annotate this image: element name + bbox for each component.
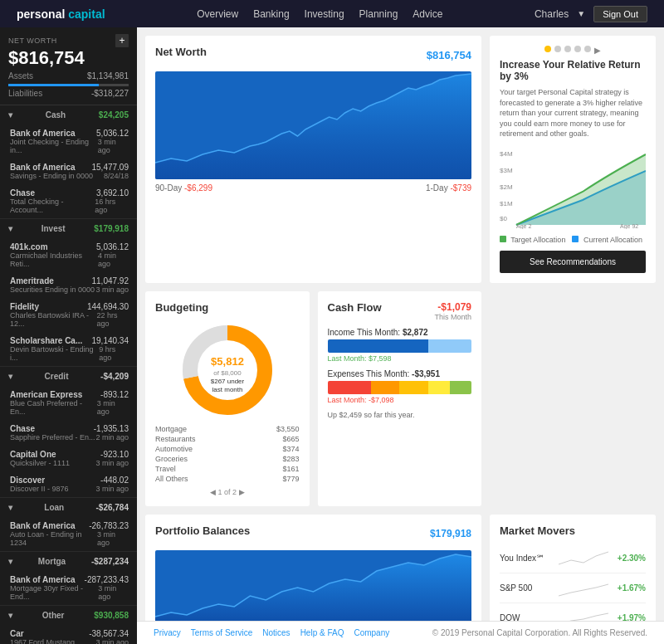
nav-advice[interactable]: Advice bbox=[413, 8, 442, 20]
footer-links: Privacy Terms of Service Notices Help & … bbox=[154, 628, 389, 637]
nav-investing[interactable]: Investing bbox=[305, 8, 344, 20]
dot-3[interactable] bbox=[564, 46, 571, 52]
list-item[interactable]: Capital One -923.10 Quicksilver - 1111 3… bbox=[0, 446, 137, 471]
other-section-title: Other bbox=[42, 611, 65, 620]
svg-text:$4M: $4M bbox=[500, 150, 513, 158]
list-item[interactable]: Bank of America 15,477.09 Savings - Endi… bbox=[0, 159, 137, 184]
dot-4[interactable] bbox=[574, 46, 581, 52]
portfolio-title: Portfolio Balances bbox=[155, 524, 250, 537]
list-item[interactable]: Ameritrade 11,047.92 Securities Ending i… bbox=[0, 272, 137, 298]
budget-items: Mortgage $3,550 Restaurants $665 Automot… bbox=[155, 424, 300, 484]
svg-text:$3M: $3M bbox=[500, 167, 513, 174]
dot-2[interactable] bbox=[554, 46, 561, 52]
list-item[interactable]: Bank of America -287,233.43 Mortgage 30y… bbox=[0, 571, 137, 605]
other-section-header[interactable]: ▾ Other $930,858 bbox=[0, 606, 137, 625]
list-item[interactable]: Scholarshare Ca... 19,140.34 Devin Barto… bbox=[0, 332, 137, 366]
market-movers-title: Market Movers bbox=[500, 524, 646, 537]
list-item[interactable]: Car -38,567.34 1967 Ford Mustang 3 min a… bbox=[0, 625, 137, 644]
other-section-amount: $930,858 bbox=[94, 611, 129, 620]
nav-planning[interactable]: Planning bbox=[359, 8, 398, 20]
main-content: Net Worth $816,754 bbox=[137, 27, 664, 621]
main-nav: Overview Banking Investing Planning Advi… bbox=[197, 8, 442, 20]
sidebar-net-worth-amount: $816,754 bbox=[8, 47, 129, 69]
list-item: All Others $779 bbox=[155, 474, 300, 484]
cashflow-card: Cash Flow -$1,079 This Month Income This… bbox=[318, 291, 482, 506]
list-item[interactable]: Chase 3,692.10 Total Checking - Account.… bbox=[0, 184, 137, 218]
sidebar-section-mortgage: ▾ Mortga -$287,234 Bank of America -287,… bbox=[0, 552, 137, 606]
net-worth-card-amount: $816,754 bbox=[427, 49, 471, 61]
row2-right-spacer bbox=[490, 291, 656, 506]
increase-return-card: ▶ Increase Your Relative Return by 3% Yo… bbox=[490, 36, 656, 283]
right-panel: ▶ Increase Your Relative Return by 3% Yo… bbox=[490, 36, 656, 283]
increase-title: Increase Your Relative Return by 3% bbox=[500, 59, 646, 82]
cashflow-title: Cash Flow bbox=[328, 301, 382, 314]
invest-section-amount: $179,918 bbox=[94, 224, 129, 233]
nav-overview[interactable]: Overview bbox=[197, 8, 238, 20]
list-item: Travel $161 bbox=[155, 464, 300, 474]
list-item[interactable]: Bank of America -26,783.23 Auto Loan - E… bbox=[0, 517, 137, 551]
cash-section-title: Cash bbox=[46, 110, 66, 120]
portfolio-card: Portfolio Balances $179,918 bbox=[145, 515, 481, 621]
add-account-button[interactable]: + bbox=[115, 34, 129, 47]
current-legend-dot bbox=[572, 236, 579, 242]
increase-legend: Target Allocation Current Allocation bbox=[500, 236, 646, 244]
footer-privacy[interactable]: Privacy bbox=[154, 628, 181, 637]
footer-terms[interactable]: Terms of Service bbox=[191, 628, 252, 637]
mortgage-section-header[interactable]: ▾ Mortga -$287,234 bbox=[0, 552, 137, 571]
signout-button[interactable]: Sign Out bbox=[593, 6, 647, 22]
net-worth-90day: 90-Day -$6,299 bbox=[155, 183, 212, 193]
svg-text:$1M: $1M bbox=[500, 200, 513, 207]
cashflow-income-section: Income This Month: $2,872 Last Month: $7… bbox=[328, 328, 472, 363]
header: personal capital Overview Banking Invest… bbox=[0, 0, 664, 27]
income-bar bbox=[328, 339, 472, 353]
credit-section-header[interactable]: ▾ Credit -$4,209 bbox=[0, 367, 137, 386]
list-item: Groceries $283 bbox=[155, 454, 300, 464]
cashflow-expenses-section: Expenses This Month: -$3,951 bbox=[328, 369, 472, 404]
invest-section-title: Invest bbox=[42, 224, 66, 233]
budgeting-title: Budgeting bbox=[155, 301, 300, 314]
loan-section-header[interactable]: ▾ Loan -$26,784 bbox=[0, 498, 137, 517]
main-layout: NET WORTH + $816,754 Assets $1,134,981 L… bbox=[0, 27, 664, 644]
user-dropdown-icon[interactable]: ▼ bbox=[577, 9, 585, 18]
sidebar-section-credit: ▾ Credit -$4,209 American Express -893.1… bbox=[0, 367, 137, 498]
logo-capital: capital bbox=[68, 7, 105, 21]
market-movers-card: Market Movers You Index℠ +2.30% S&P 500 … bbox=[490, 515, 656, 621]
footer-notices[interactable]: Notices bbox=[262, 628, 290, 637]
carousel-dots: ▶ bbox=[500, 46, 646, 55]
credit-section-title: Credit bbox=[45, 372, 69, 381]
cash-section-header[interactable]: ▾ Cash $24,205 bbox=[0, 105, 137, 124]
user-name[interactable]: Charles bbox=[535, 8, 569, 20]
list-item[interactable]: Bank of America 5,036.12 Joint Checking … bbox=[0, 124, 137, 159]
list-item[interactable]: 401k.com 5,036.12 Carmichael Industries … bbox=[0, 238, 137, 272]
footer-company[interactable]: Company bbox=[354, 628, 389, 637]
list-item: Mortgage $3,550 bbox=[155, 424, 300, 434]
carousel-next[interactable]: ▶ bbox=[594, 46, 601, 55]
increase-text: Your target Personal Capital strategy is… bbox=[500, 87, 646, 139]
list-item[interactable]: American Express -893.12 Blue Cash Prefe… bbox=[0, 386, 137, 420]
last-month-expenses: Last Month: -$7,098 bbox=[328, 396, 472, 404]
list-item[interactable]: Discover -448.02 Discover II - 9876 3 mi… bbox=[0, 471, 137, 497]
row-1: Net Worth $816,754 bbox=[145, 36, 656, 283]
liabilities-amount: -$318,227 bbox=[91, 89, 129, 98]
net-worth-title: Net Worth bbox=[155, 46, 207, 58]
portfolio-chart bbox=[155, 550, 471, 621]
invest-section-header[interactable]: ▾ Invest $179,918 bbox=[0, 219, 137, 238]
mortgage-section-title: Mortga bbox=[38, 557, 66, 566]
assets-progress-bar bbox=[8, 84, 129, 86]
sidebar-section-cash: ▾ Cash $24,205 Bank of America 5,036.12 … bbox=[0, 105, 137, 219]
svg-text:of $8,000: of $8,000 bbox=[213, 369, 242, 377]
list-item: Automotive $374 bbox=[155, 444, 300, 454]
list-item[interactable]: Fidelity 144,694.30 Charles Bartowski IR… bbox=[0, 298, 137, 332]
svg-text:Age 2: Age 2 bbox=[516, 223, 531, 229]
svg-text:Age 92: Age 92 bbox=[620, 223, 638, 229]
list-item[interactable]: Chase -1,935.13 Sapphire Preferred - En.… bbox=[0, 420, 137, 446]
footer-help[interactable]: Help & FAQ bbox=[300, 628, 344, 637]
footer-copyright: © 2019 Personal Capital Corporation. All… bbox=[432, 628, 647, 637]
see-recommendations-button[interactable]: See Recommendations bbox=[500, 251, 646, 273]
list-item: You Index℠ +2.30% bbox=[500, 544, 646, 573]
dot-5[interactable] bbox=[584, 46, 591, 52]
nav-banking[interactable]: Banking bbox=[253, 8, 289, 20]
dot-1[interactable] bbox=[544, 46, 551, 52]
budget-pagination[interactable]: ◀ 1 of 2 ▶ bbox=[155, 488, 300, 496]
sidebar-section-loan: ▾ Loan -$26,784 Bank of America -26,783.… bbox=[0, 498, 137, 552]
